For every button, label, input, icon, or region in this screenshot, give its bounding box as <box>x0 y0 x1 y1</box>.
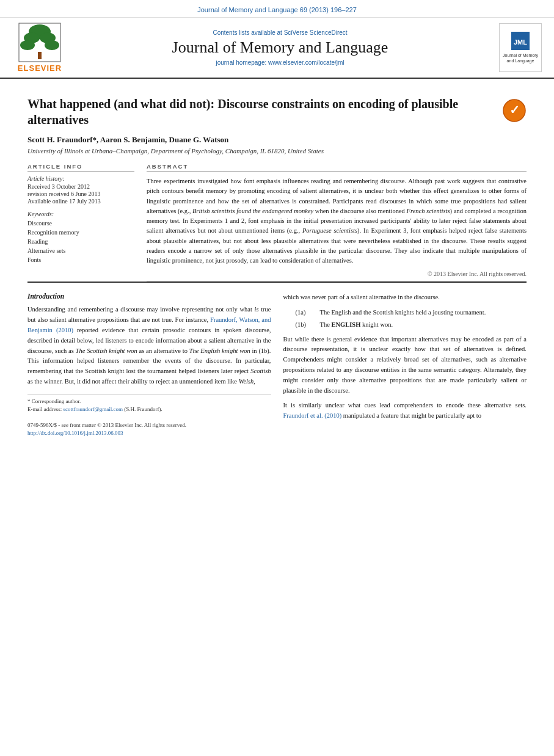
journal-homepage: journal homepage: www.elsevier.com/locat… <box>67 59 493 66</box>
keyword-fonts: Fonts <box>27 255 134 264</box>
journal-header: ELSEVIER Contents lists available at Sci… <box>0 18 554 79</box>
introduction-heading: Introduction <box>27 293 271 300</box>
svg-point-4 <box>20 40 35 50</box>
list-label-1b: (1b) <box>296 320 314 330</box>
svg-rect-6 <box>38 52 42 59</box>
keywords-label: Keywords: <box>27 211 134 217</box>
title-section: ✓ What happened (and what did not): Disc… <box>27 96 527 128</box>
keyword-reading: Reading <box>27 237 134 246</box>
fraundorf-citation[interactable]: Fraundorf, Watson, and Benjamin (2010) <box>27 316 271 333</box>
crossmark: ✓ <box>502 98 527 125</box>
left-column: Introduction Understanding and rememberi… <box>27 293 271 440</box>
article-info: ARTICLE INFO Article history: Received 3… <box>27 163 134 282</box>
doi-link[interactable]: http://dx.doi.org/10.1016/j.jml.2013.06.… <box>27 430 123 436</box>
jml-icon: JML <box>511 32 530 50</box>
affiliation: University of Illinois at Urbana–Champai… <box>27 147 527 154</box>
journal-center-header: Contents lists available at SciVerse Sci… <box>67 29 493 66</box>
journal-logo-box: JML Journal of Memory and Language <box>499 23 542 72</box>
right-paragraph3: It is similarly unclear what cues lead c… <box>283 401 527 421</box>
svg-text:JML: JML <box>514 38 527 46</box>
email-link[interactable]: scottfraundorf@gmail.com <box>63 406 123 412</box>
keyword-alternative: Alternative sets <box>27 246 134 255</box>
footnote-corresponding: * Corresponding author. <box>27 398 271 406</box>
sciverse-line: Contents lists available at SciVerse Sci… <box>67 29 493 36</box>
journal-logo-text: Journal of Memory and Language <box>502 53 539 64</box>
issn-line: 0749-596X/$ - see front matter © 2013 El… <box>27 421 271 430</box>
paper-title: What happened (and what did not): Discou… <box>27 96 527 128</box>
journal-reference-link[interactable]: Journal of Memory and Language 69 (2013)… <box>197 6 357 13</box>
crossmark-icon: ✓ <box>502 98 527 123</box>
abstract-text: Three experiments investigated how font … <box>147 176 527 266</box>
article-history-label: Article history: <box>27 175 134 182</box>
elsevier-logo: ELSEVIER <box>12 23 67 73</box>
svg-point-5 <box>45 40 59 50</box>
list-item-1a: (1a) The English and the Scottish knight… <box>296 308 527 318</box>
journal-logo-right: JML Journal of Memory and Language <box>493 23 542 72</box>
journal-reference-bar: Journal of Memory and Language 69 (2013)… <box>0 0 554 18</box>
right-paragraph1: which was never part of a salient altern… <box>283 293 527 303</box>
intro-paragraph1: Understanding and remembering a discours… <box>27 305 271 387</box>
list-text-1b: The ENGLISH knight won. <box>320 320 393 330</box>
right-paragraph2: But while there is general evidence that… <box>283 335 527 396</box>
authors: Scott H. Fraundorf*, Aaron S. Benjamin, … <box>27 135 527 145</box>
page: Journal of Memory and Language 69 (2013)… <box>0 0 554 756</box>
homepage-link[interactable]: www.elsevier.com/locate/jml <box>268 59 344 66</box>
info-abstract-section: ARTICLE INFO Article history: Received 3… <box>27 163 527 282</box>
bottom-section: Introduction Understanding and rememberi… <box>0 283 554 440</box>
abstract-section: ABSTRACT Three experiments investigated … <box>147 163 527 282</box>
list-text-1a: The English and the Scottish knights hel… <box>320 308 486 318</box>
copyright: © 2013 Elsevier Inc. All rights reserved… <box>147 271 527 282</box>
right-column: which was never part of a salient altern… <box>283 293 527 440</box>
elsevier-wordmark: ELSEVIER <box>18 64 62 73</box>
keyword-discourse: Discourse <box>27 219 134 228</box>
bottom-bar: 0749-596X/$ - see front matter © 2013 El… <box>27 419 271 440</box>
abstract-title: ABSTRACT <box>147 163 527 172</box>
sciverse-link[interactable]: SciVerse ScienceDirect <box>284 29 348 36</box>
footnote-email: E-mail address: scottfraundorf@gmail.com… <box>27 405 271 414</box>
journal-title: Journal of Memory and Language <box>67 38 493 57</box>
paper-content: ✓ What happened (and what did not): Disc… <box>0 79 554 282</box>
keywords-section: Keywords: Discourse Recognition memory R… <box>27 211 134 264</box>
keyword-recognition: Recognition memory <box>27 228 134 237</box>
doi-line: http://dx.doi.org/10.1016/j.jml.2013.06.… <box>27 429 271 438</box>
example-list: (1a) The English and the Scottish knight… <box>296 308 527 330</box>
list-item-1b: (1b) The ENGLISH knight won. <box>296 320 527 330</box>
svg-text:✓: ✓ <box>509 103 520 117</box>
revision-date: revision received 6 June 2013 <box>27 191 134 197</box>
available-date: Available online 17 July 2013 <box>27 198 134 205</box>
received-date: Received 3 October 2012 <box>27 183 134 190</box>
fraundorf-2010-citation[interactable]: Fraundorf et al. (2010) <box>283 412 342 419</box>
footnote-section: * Corresponding author. E-mail address: … <box>27 394 271 414</box>
list-label-1a: (1a) <box>296 308 314 318</box>
article-info-title: ARTICLE INFO <box>27 163 134 172</box>
